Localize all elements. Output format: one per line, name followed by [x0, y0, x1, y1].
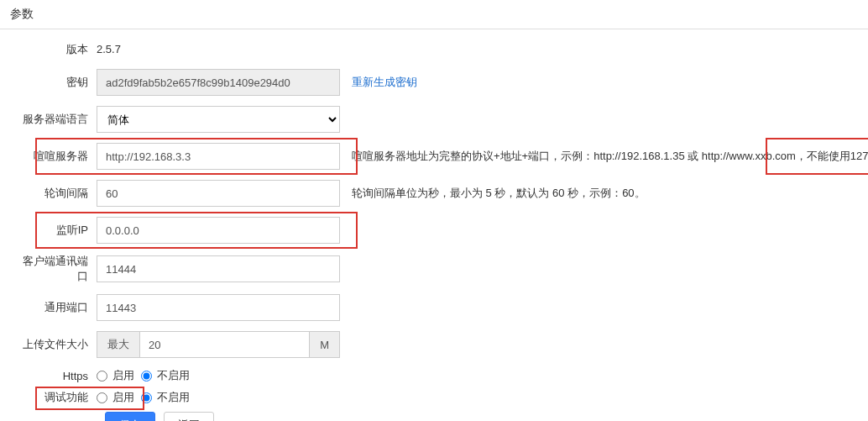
row-commonport: 通用端口	[17, 294, 851, 321]
settings-form: 版本 2.5.7 密钥 ad2fd9fab5b2e657f8c99b1409e2…	[0, 29, 868, 421]
row-lang: 服务器端语言 简体	[17, 106, 851, 133]
label-ip: 监听IP	[17, 223, 97, 238]
poll-help: 轮询间隔单位为秒，最小为 5 秒，默认为 60 秒，示例：60。	[352, 186, 851, 201]
label-chatport: 客户端通讯端口	[17, 254, 97, 284]
upload-prefix: 最大	[97, 331, 139, 358]
label-upload: 上传文件大小	[17, 337, 97, 352]
row-debug: 调试功能 启用 不启用	[17, 390, 851, 405]
label-poll: 轮询间隔	[17, 186, 97, 201]
server-input[interactable]	[97, 143, 340, 170]
https-enable-option[interactable]: 启用	[97, 368, 134, 383]
commonport-input[interactable]	[97, 294, 340, 321]
debug-disable-option[interactable]: 不启用	[141, 390, 190, 405]
panel-header: 参数	[0, 0, 868, 29]
https-disable-radio[interactable]	[141, 371, 152, 382]
secret-field: ad2fd9fab5b2e657f8c99b1409e294d0	[97, 69, 340, 96]
label-debug: 调试功能	[17, 390, 97, 405]
server-help-warning: 不能使用127.0.0.1。	[807, 150, 868, 162]
regen-secret-link[interactable]: 重新生成密钥	[352, 75, 417, 90]
row-ip: 监听IP	[17, 217, 851, 244]
row-poll: 轮询间隔 轮询间隔单位为秒，最小为 5 秒，默认为 60 秒，示例：60。	[17, 180, 851, 207]
panel-title: 参数	[10, 7, 34, 20]
save-button[interactable]: 保存	[105, 412, 155, 421]
row-secret: 密钥 ad2fd9fab5b2e657f8c99b1409e294d0 重新生成…	[17, 69, 851, 96]
https-disable-option[interactable]: 不启用	[141, 368, 190, 383]
row-https: Https 启用 不启用	[17, 368, 851, 383]
label-secret: 密钥	[17, 75, 97, 90]
poll-input[interactable]	[97, 180, 340, 207]
row-upload: 上传文件大小 最大 M	[17, 331, 851, 358]
value-version: 2.5.7	[97, 39, 121, 59]
debug-disable-radio[interactable]	[141, 392, 152, 403]
debug-enable-radio[interactable]	[97, 392, 107, 403]
row-chatport: 客户端通讯端口	[17, 254, 851, 284]
button-row: 保存 返回	[105, 412, 851, 421]
label-server: 喧喧服务器	[17, 149, 97, 164]
back-button[interactable]: 返回	[164, 412, 214, 421]
debug-enable-option[interactable]: 启用	[97, 390, 134, 405]
lang-select[interactable]: 简体	[97, 106, 340, 133]
label-commonport: 通用端口	[17, 300, 97, 315]
label-https: Https	[17, 370, 97, 382]
label-lang: 服务器端语言	[17, 112, 97, 127]
row-version: 版本 2.5.7	[17, 39, 851, 59]
upload-input[interactable]	[139, 331, 310, 358]
upload-suffix: M	[310, 331, 340, 358]
server-help: 喧喧服务器地址为完整的协议+地址+端口，示例：http://192.168.1.…	[352, 149, 868, 164]
chatport-input[interactable]	[97, 255, 340, 282]
label-version: 版本	[17, 42, 97, 57]
ip-input[interactable]	[97, 217, 340, 244]
row-server: 喧喧服务器 喧喧服务器地址为完整的协议+地址+端口，示例：http://192.…	[17, 143, 851, 170]
https-enable-radio[interactable]	[97, 371, 107, 382]
upload-group: 最大 M	[97, 331, 340, 358]
